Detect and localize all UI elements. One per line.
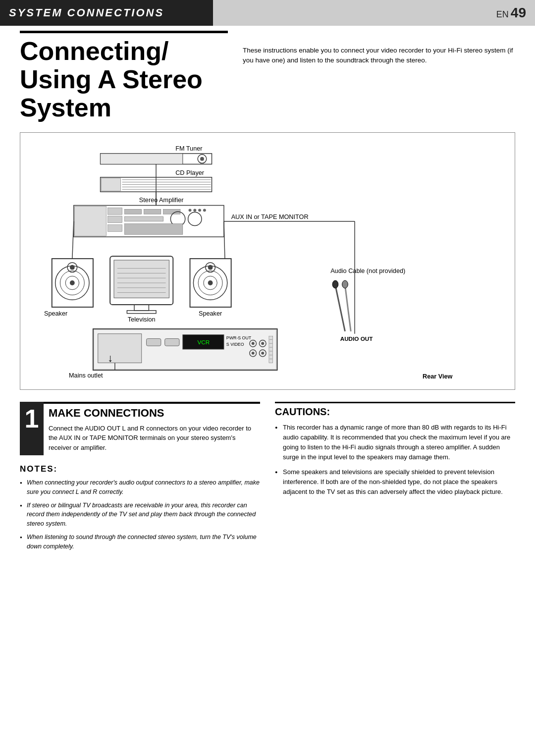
svg-text:S VIDEO: S VIDEO bbox=[226, 342, 244, 347]
svg-point-56 bbox=[208, 265, 213, 270]
step-content: MAKE CONNECTIONS Connect the AUDIO OUT L… bbox=[44, 402, 260, 456]
svg-rect-60 bbox=[98, 333, 142, 363]
svg-point-54 bbox=[208, 280, 213, 285]
note-item: When listening to sound through the conn… bbox=[20, 533, 260, 551]
diagram-area: FM Tuner CD Player Stereo Amplifier bbox=[20, 132, 515, 390]
svg-rect-17 bbox=[107, 216, 122, 223]
svg-rect-19 bbox=[124, 209, 141, 214]
caution-item: This recorder has a dynamic range of mor… bbox=[275, 423, 515, 463]
svg-text:Mains outlet: Mains outlet bbox=[69, 371, 103, 378]
svg-point-27 bbox=[193, 209, 196, 212]
step-1-box: 1 MAKE CONNECTIONS Connect the AUDIO OUT… bbox=[20, 402, 260, 456]
top-section: Connecting/ Using A Stereo System These … bbox=[20, 31, 515, 122]
svg-line-92 bbox=[72, 221, 74, 258]
svg-point-70 bbox=[252, 351, 255, 354]
page-title: Connecting/ Using A Stereo System bbox=[20, 31, 228, 122]
page-header: SYSTEM CONNECTIONS EN49 bbox=[0, 0, 535, 26]
svg-text:Speaker: Speaker bbox=[44, 309, 68, 317]
svg-rect-61 bbox=[147, 338, 161, 346]
svg-rect-2 bbox=[101, 153, 183, 164]
svg-point-91 bbox=[342, 280, 348, 288]
svg-point-68 bbox=[252, 342, 255, 345]
svg-line-93 bbox=[224, 221, 225, 258]
svg-rect-40 bbox=[114, 260, 169, 298]
svg-text:Television: Television bbox=[128, 316, 156, 323]
page-number-area: EN49 bbox=[213, 0, 535, 26]
svg-rect-25 bbox=[124, 223, 182, 234]
svg-text:AUX IN or TAPE MONITOR: AUX IN or TAPE MONITOR bbox=[231, 213, 309, 220]
svg-text:FM Tuner: FM Tuner bbox=[175, 145, 203, 152]
vcr: VCR PWR-S OUT S VIDEO bbox=[93, 328, 277, 370]
svg-point-26 bbox=[189, 209, 192, 212]
svg-rect-20 bbox=[144, 209, 161, 214]
television bbox=[110, 256, 173, 313]
caution-item: Some speakers and televisions are specia… bbox=[275, 467, 515, 497]
section-label-bg: SYSTEM CONNECTIONS bbox=[0, 0, 213, 26]
svg-text:CD Player: CD Player bbox=[175, 168, 205, 176]
svg-point-74 bbox=[261, 351, 264, 354]
page-number: EN49 bbox=[496, 5, 526, 21]
connection-diagram: FM Tuner CD Player Stereo Amplifier bbox=[25, 138, 510, 384]
svg-text:Rear View: Rear View bbox=[423, 372, 453, 379]
note-item: When connecting your recorder's audio ou… bbox=[20, 478, 260, 497]
svg-rect-48 bbox=[127, 310, 156, 313]
svg-point-29 bbox=[203, 209, 206, 212]
svg-rect-47 bbox=[134, 305, 149, 311]
svg-point-4 bbox=[200, 157, 204, 161]
right-speaker bbox=[190, 259, 231, 307]
svg-text:↓: ↓ bbox=[107, 352, 113, 364]
svg-point-37 bbox=[70, 265, 75, 270]
notes-title: NOTES: bbox=[20, 464, 260, 474]
right-column: CAUTIONS: This recorder has a dynamic ra… bbox=[275, 402, 515, 555]
svg-point-72 bbox=[261, 342, 264, 345]
svg-text:AUDIO OUT: AUDIO OUT bbox=[340, 335, 374, 342]
svg-rect-18 bbox=[107, 224, 122, 231]
step-text: Connect the AUDIO OUT L and R connectors… bbox=[49, 424, 255, 453]
section-label: SYSTEM CONNECTIONS bbox=[9, 6, 164, 19]
cautions-title: CAUTIONS: bbox=[275, 402, 515, 418]
svg-point-90 bbox=[332, 280, 338, 288]
intro-text: These instructions enable you to connect… bbox=[243, 31, 515, 122]
cautions-list: This recorder has a dynamic range of mor… bbox=[275, 423, 515, 497]
main-content: Connecting/ Using A Stereo System These … bbox=[0, 31, 535, 570]
svg-text:Speaker: Speaker bbox=[199, 309, 222, 317]
left-speaker bbox=[52, 259, 93, 307]
svg-rect-15 bbox=[75, 206, 107, 236]
bottom-section: 1 MAKE CONNECTIONS Connect the AUDIO OUT… bbox=[20, 402, 515, 555]
svg-text:VCR: VCR bbox=[198, 339, 210, 345]
svg-rect-22 bbox=[124, 216, 163, 221]
svg-rect-62 bbox=[165, 338, 179, 346]
svg-text:Audio Cable (not provided): Audio Cable (not provided) bbox=[330, 267, 405, 274]
note-item: If stereo or bilingual TV broadcasts are… bbox=[20, 501, 260, 529]
left-column: 1 MAKE CONNECTIONS Connect the AUDIO OUT… bbox=[20, 402, 260, 555]
svg-text:PWR-S   OUT: PWR-S OUT bbox=[226, 335, 252, 340]
svg-point-35 bbox=[70, 280, 75, 285]
svg-line-88 bbox=[335, 285, 345, 331]
svg-text:Stereo Amplifier: Stereo Amplifier bbox=[139, 196, 184, 203]
svg-rect-7 bbox=[102, 178, 121, 190]
notes-list: When connecting your recorder's audio ou… bbox=[20, 478, 260, 551]
svg-rect-16 bbox=[107, 208, 122, 215]
step-title: MAKE CONNECTIONS bbox=[49, 407, 255, 420]
notes-section: NOTES: When connecting your recorder's a… bbox=[20, 464, 260, 551]
svg-line-89 bbox=[345, 285, 351, 331]
svg-point-28 bbox=[198, 209, 201, 212]
step-number: 1 bbox=[20, 402, 44, 456]
svg-point-24 bbox=[188, 212, 202, 225]
